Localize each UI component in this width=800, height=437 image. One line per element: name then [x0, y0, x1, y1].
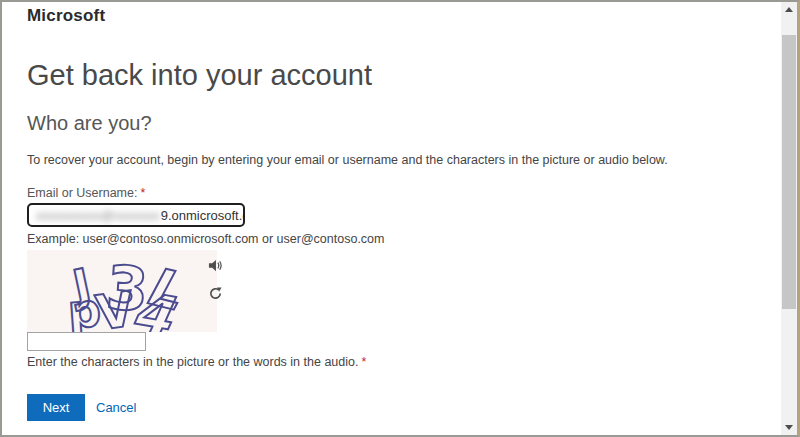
scrollbar-thumb[interactable]: [782, 35, 796, 309]
vertical-scrollbar[interactable]: [781, 2, 797, 435]
email-example: Example: user@contoso.onmicrosoft.com or…: [27, 232, 384, 246]
captcha-instruction: Enter the characters in the picture or t…: [27, 355, 366, 369]
email-label: Email or Username:*: [27, 186, 145, 200]
page-title: Get back into your account: [27, 59, 372, 92]
cancel-link[interactable]: Cancel: [96, 400, 136, 415]
next-button[interactable]: Next: [27, 394, 85, 421]
email-label-text: Email or Username:: [27, 186, 137, 200]
email-input[interactable]: xxxxxxxxxx@xxxxxxx9.onmicrosoft.com: [27, 203, 245, 227]
email-visible-suffix: 9.onmicrosoft.com: [161, 208, 245, 223]
section-title: Who are you?: [27, 112, 152, 135]
recovery-instruction: To recover your account, begin by enteri…: [27, 153, 668, 167]
play-audio-speaker-icon[interactable]: [208, 258, 223, 273]
scroll-down-arrow-icon[interactable]: [781, 420, 797, 435]
required-asterisk: *: [361, 355, 366, 369]
scroll-up-arrow-icon[interactable]: [781, 2, 797, 17]
browser-page: Microsoft Get back into your account Who…: [0, 0, 800, 437]
captcha-input[interactable]: [27, 332, 146, 351]
captcha-image: J 3 L p V 4: [27, 250, 217, 332]
captcha-instruction-text: Enter the characters in the picture or t…: [27, 355, 358, 369]
refresh-captcha-icon[interactable]: [208, 286, 223, 301]
redacted-email-prefix: xxxxxxxxxx@xxxxxxx: [36, 208, 160, 223]
required-asterisk: *: [140, 186, 145, 200]
microsoft-logo: Microsoft: [27, 6, 105, 26]
